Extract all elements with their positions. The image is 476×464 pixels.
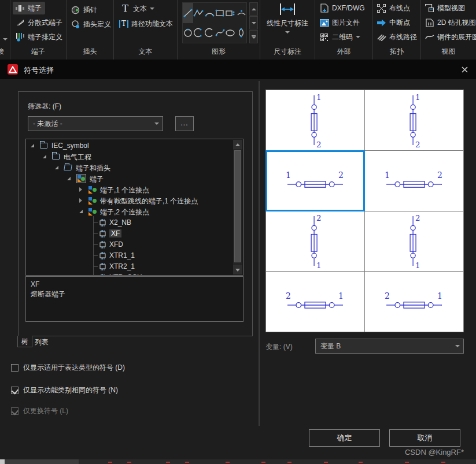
svg-text:2: 2 xyxy=(415,214,420,222)
svg-text:1: 1 xyxy=(338,291,344,300)
expander-closed-icon[interactable] xyxy=(79,198,82,203)
tree-node-x2-nb[interactable]: X2_NB xyxy=(26,217,243,228)
expander-open-icon[interactable] xyxy=(43,155,46,158)
tool-spline[interactable] xyxy=(215,23,225,43)
expander-open-icon[interactable] xyxy=(55,166,58,169)
image-file-icon xyxy=(319,18,329,27)
chevron-down-icon[interactable] xyxy=(3,32,8,43)
wiring-point-button[interactable]: 布线点 xyxy=(377,2,410,14)
expander-open-icon[interactable] xyxy=(31,144,34,147)
tree-node-electrical[interactable]: 电气工程 xyxy=(26,151,243,162)
svg-text:1: 1 xyxy=(437,291,442,300)
model-view-icon xyxy=(425,3,434,13)
symbol-cell-2-selected[interactable]: 1 2 xyxy=(266,151,364,211)
model-view-button[interactable]: 模型视图 xyxy=(425,2,465,14)
gallery-scroll-up-button[interactable] xyxy=(249,2,258,16)
path-function-text-button[interactable]: T 路径功能文本 xyxy=(119,17,173,30)
break-point-icon xyxy=(377,18,386,27)
tool-arc-chord[interactable] xyxy=(236,3,246,23)
ribbon-group-label: 尺寸标注 xyxy=(260,47,315,57)
checkbox-icon xyxy=(11,407,19,415)
tab-list[interactable]: 列表 xyxy=(31,336,52,348)
expander-closed-icon[interactable] xyxy=(79,187,82,192)
expander-open-icon[interactable] xyxy=(79,210,83,213)
symbol-cell-4[interactable]: 2 1 xyxy=(266,211,364,272)
tool-arc[interactable] xyxy=(204,3,215,23)
ribbon-group-plug: 插针 插头定义 插头 xyxy=(67,0,114,60)
dxf-dwg-button[interactable]: DXF/DWG xyxy=(319,2,365,14)
checkbox-same-function-category[interactable]: 仅显示功能类别相同的符号 (N) xyxy=(11,385,118,395)
break-point-button[interactable]: 中断点 xyxy=(377,16,410,29)
image-file-button[interactable]: 图片文件 xyxy=(319,16,360,29)
symbol-tree: IEC_symbol 电气工程 端子和插头 端子 端子,1 个连接点 xyxy=(25,139,243,276)
svg-text:2: 2 xyxy=(338,170,344,180)
symbol-cell-3[interactable]: 1 2 xyxy=(365,151,463,211)
scrollbar-thumb[interactable] xyxy=(234,150,241,262)
symbol-cell-5[interactable]: 2 1 xyxy=(365,211,463,272)
cancel-button[interactable]: 取消 xyxy=(389,429,460,447)
tree-node-saddle-jumper[interactable]: 带有鞍型跳线的端子,1 个连接点 xyxy=(26,195,243,206)
tool-rectangle[interactable] xyxy=(215,3,225,23)
filter-select[interactable]: - 未激活 - xyxy=(28,116,163,131)
distributed-terminal-button[interactable]: 分散式端子 xyxy=(15,16,62,29)
tree-node-iec-symbol[interactable]: IEC_symbol xyxy=(26,140,243,151)
symbol-cell-0[interactable]: 1 2 xyxy=(266,90,364,150)
2d-drill-view-icon xyxy=(425,18,434,27)
gallery-expand-button[interactable] xyxy=(249,30,258,43)
ribbon-group-label: 文本 xyxy=(114,47,177,57)
tree-node-xtr-cch[interactable]: XTR_CCH xyxy=(26,272,243,276)
tree-node-terminal-group[interactable]: 端子 xyxy=(26,173,243,184)
pane-splitter[interactable] xyxy=(259,81,260,426)
tool-polyline[interactable] xyxy=(193,3,204,23)
scroll-down-icon[interactable] xyxy=(233,265,242,274)
symbol-cell-6[interactable]: 2 1 xyxy=(266,272,364,332)
variant-select[interactable]: 变量 B xyxy=(315,339,464,354)
tab-tree[interactable]: 树 xyxy=(17,336,32,347)
copper-unfold-button[interactable]: 铜件的展开图 xyxy=(425,31,476,43)
tree-scrollbar[interactable] xyxy=(233,140,242,274)
symbol-cell-7[interactable]: 2 1 xyxy=(365,272,463,332)
tool-rectangle-points[interactable] xyxy=(225,3,235,23)
tree-node-terminal-2cp[interactable]: 端子,2 个连接点 xyxy=(26,206,243,217)
qr-code-button[interactable]: 二维码 xyxy=(319,31,360,43)
tree-node-terminal-1cp[interactable]: 端子,1 个连接点 xyxy=(26,184,243,195)
terminal-strip-definition-button[interactable]: 端子排定义 xyxy=(15,31,62,43)
ok-button[interactable]: 确定 xyxy=(309,429,380,447)
tool-ellipse[interactable] xyxy=(225,23,235,43)
expander-open-icon[interactable] xyxy=(67,177,71,180)
terminal-button[interactable]: 端子 xyxy=(13,2,45,14)
plug-definition-button[interactable]: 插头定义 xyxy=(71,18,111,31)
ribbon-group-label: 插头 xyxy=(67,47,113,57)
application-window: 接 端子 分散式端子 端子排定义 端子 xyxy=(0,0,476,464)
tree-node-xtr2-1[interactable]: XTR2_1 xyxy=(26,261,243,272)
tool-line[interactable] xyxy=(183,3,193,23)
tool-closed-spline[interactable] xyxy=(236,23,246,43)
tree-node-xfd[interactable]: XFD xyxy=(26,239,243,250)
gallery-scroll-down-button[interactable] xyxy=(249,16,258,29)
symbol-group-icon xyxy=(76,174,86,183)
text-button[interactable]: T 文本 xyxy=(120,2,154,15)
terminal-strip-definition-icon xyxy=(15,32,25,42)
tree-node-xtr1-1[interactable]: XTR1_1 xyxy=(26,250,243,261)
pin-button[interactable]: 插针 xyxy=(71,3,97,16)
ribbon-group-dimension: 线性尺寸标注 尺寸标注 xyxy=(260,0,315,60)
dialog-titlebar[interactable]: 符号选择 xyxy=(0,60,476,79)
linear-dimension-icon xyxy=(260,2,315,16)
tool-circle[interactable] xyxy=(183,23,193,43)
close-icon[interactable] xyxy=(459,64,470,75)
symbol-group-icon xyxy=(88,197,97,205)
checkbox-representation-type[interactable]: 仅显示适用于表达类型的符号 (D) xyxy=(11,363,125,373)
filter-more-button[interactable]: ... xyxy=(175,116,194,131)
2d-drill-view-button[interactable]: 2D 钻孔视图 xyxy=(425,16,476,29)
linear-dimension-button[interactable]: 线性尺寸标注 xyxy=(260,2,315,34)
tree-node-xf[interactable]: XF xyxy=(26,228,243,239)
symbol-cell-1[interactable]: 1 2 xyxy=(365,90,463,150)
tool-arc-open[interactable] xyxy=(193,23,204,43)
tree-node-terminals-plugs[interactable]: 端子和插头 xyxy=(26,162,243,173)
routing-path-button[interactable]: 布线路径 xyxy=(377,31,417,43)
scroll-up-icon[interactable] xyxy=(233,140,242,149)
copper-unfold-icon xyxy=(425,32,434,42)
tool-arc-c[interactable] xyxy=(204,23,215,43)
watermark: CSDN @KingRF* xyxy=(376,448,464,456)
ribbon-group-graphics: 图形 xyxy=(178,0,260,60)
